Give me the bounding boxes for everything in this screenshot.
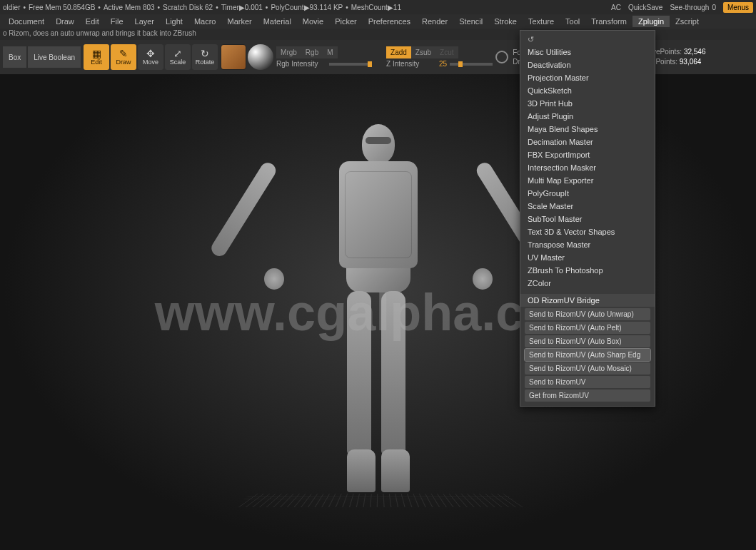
box-mode-button[interactable]: Box xyxy=(3,46,26,68)
plugin-item[interactable]: Text 3D & Vector Shapes xyxy=(520,225,655,238)
menu-render[interactable]: Render xyxy=(416,16,453,27)
see-through-value[interactable]: 0 xyxy=(712,4,716,11)
free-mem: Free Mem 50.854GB xyxy=(29,4,95,11)
plugin-item[interactable]: SubTool Master xyxy=(520,213,655,225)
plugin-item[interactable]: Misc Utilities xyxy=(520,46,655,58)
menu-transform[interactable]: Transform xyxy=(585,16,632,27)
menu-draw[interactable]: Draw xyxy=(50,16,80,27)
status-bar: oldier •Free Mem 50.854GB •Active Mem 80… xyxy=(0,0,756,14)
plugin-item[interactable]: Intersection Masker xyxy=(520,161,655,174)
menu-tool[interactable]: Tool xyxy=(560,16,585,27)
plugin-item[interactable]: QuickSketch xyxy=(520,84,655,97)
plugin-item[interactable]: PolyGroupIt xyxy=(520,187,655,200)
rizom-action-button[interactable]: Send to RizomUV (Auto Unwrap) xyxy=(525,308,650,320)
rotate-button[interactable]: ↻Rotate xyxy=(192,44,218,70)
move-button[interactable]: ✥Move xyxy=(138,44,163,70)
material-swatch[interactable] xyxy=(221,44,246,70)
edit-mode-button[interactable]: ▦Edit xyxy=(84,44,109,70)
menu-layer[interactable]: Layer xyxy=(129,16,161,27)
plugin-item[interactable]: Transpose Master xyxy=(520,238,655,251)
live-boolean-button[interactable]: Live Boolean xyxy=(28,46,81,68)
menu-macro[interactable]: Macro xyxy=(188,16,222,27)
zcut-button[interactable]: Zcut xyxy=(435,46,458,58)
mrgb-button[interactable]: Mrgb xyxy=(276,46,301,58)
plugin-item[interactable]: Deactivation xyxy=(520,58,655,71)
scratch-disk: Scratch Disk 62 xyxy=(163,4,213,11)
plugin-item[interactable]: Maya Blend Shapes xyxy=(520,123,655,136)
floor-grid xyxy=(232,494,524,507)
plugin-item[interactable]: Projection Master xyxy=(520,71,655,84)
plugin-item[interactable]: ZBrush To Photoshop xyxy=(520,264,655,277)
rgb-intensity-label: Rgb Intensity xyxy=(276,60,326,68)
menu-marker[interactable]: Marker xyxy=(221,16,257,27)
total-points-value: 93,064 xyxy=(680,58,702,66)
menu-stroke[interactable]: Stroke xyxy=(488,16,523,27)
plugin-item[interactable]: Multi Map Exporter xyxy=(520,174,655,187)
plugin-item[interactable]: Adjust Plugin xyxy=(520,110,655,123)
menu-zplugin[interactable]: Zplugin xyxy=(632,16,670,27)
timer-stat: Timer▶0.001 xyxy=(221,4,263,11)
rizom-action-button[interactable]: Send to RizomUV (Auto Box) xyxy=(525,335,650,347)
move-icon: ✥ xyxy=(146,49,155,58)
ac-label: AC xyxy=(611,4,621,11)
menu-light[interactable]: Light xyxy=(160,16,188,27)
menu-document[interactable]: Document xyxy=(3,16,50,27)
project-name: oldier xyxy=(3,4,20,11)
character-mesh[interactable] xyxy=(339,124,418,492)
menu-texture[interactable]: Texture xyxy=(523,16,560,27)
see-through-label: See-through xyxy=(670,4,709,11)
rizom-action-button[interactable]: Send to RizomUV (Auto Sharp Edg xyxy=(525,349,650,361)
history-icon[interactable]: ↺ xyxy=(528,35,534,44)
zadd-button[interactable]: Zadd xyxy=(386,46,411,58)
rizom-action-button[interactable]: Send to RizomUV xyxy=(525,376,650,388)
menus-button[interactable]: Menus xyxy=(723,2,753,13)
plugin-item[interactable]: UV Master xyxy=(520,251,655,264)
scale-icon: ⤢ xyxy=(173,49,182,58)
menu-edit[interactable]: Edit xyxy=(80,16,105,27)
menu-material[interactable]: Material xyxy=(258,16,297,27)
gradient-swatch[interactable] xyxy=(248,44,273,70)
z-intensity-slider[interactable] xyxy=(450,63,493,66)
draw-mode-button[interactable]: ✎Draw xyxy=(111,44,136,70)
menu-file[interactable]: File xyxy=(105,16,129,27)
menu-zscript[interactable]: Zscript xyxy=(670,16,705,27)
focal-dial-icon[interactable] xyxy=(495,51,508,63)
active-points-value: 32,546 xyxy=(684,48,706,56)
zplugin-dropdown: ↺ Misc UtilitiesDeactivationProjection M… xyxy=(520,30,655,407)
m-button[interactable]: M xyxy=(323,46,337,58)
plugin-item[interactable]: ZColor xyxy=(520,277,655,290)
menu-picker[interactable]: Picker xyxy=(329,16,363,27)
rizom-bridge-header[interactable]: OD RizomUV Bridge xyxy=(520,294,655,307)
plugin-item[interactable]: FBX ExportImport xyxy=(520,148,655,161)
plugin-item[interactable]: Scale Master xyxy=(520,200,655,213)
quicksave-button[interactable]: QuickSave xyxy=(628,4,662,11)
scale-button[interactable]: ⤢Scale xyxy=(165,44,191,70)
active-mem: Active Mem 803 xyxy=(104,4,155,11)
zsub-button[interactable]: Zsub xyxy=(411,46,435,58)
rizom-action-button[interactable]: Send to RizomUV (Auto Mosaic) xyxy=(525,362,650,375)
rgb-intensity-slider[interactable] xyxy=(329,63,372,66)
draw-icon: ✎ xyxy=(119,49,128,58)
rizom-action-button[interactable]: Send to RizomUV (Auto Pelt) xyxy=(525,322,650,334)
rizom-action-button[interactable]: Get from RizomUV xyxy=(525,389,650,402)
polycount-stat: PolyCount▶93.114 KP xyxy=(271,4,343,11)
menu-preferences[interactable]: Preferences xyxy=(363,16,416,27)
plugin-item[interactable]: Decimation Master xyxy=(520,136,655,148)
rotate-icon: ↻ xyxy=(201,49,209,58)
plugin-item[interactable]: 3D Print Hub xyxy=(520,97,655,110)
rgb-button[interactable]: Rgb xyxy=(301,46,323,58)
menu-stencil[interactable]: Stencil xyxy=(453,16,488,27)
edit-icon: ▦ xyxy=(92,49,101,58)
z-intensity-value[interactable]: 25 xyxy=(439,60,447,68)
meshcount-stat: MeshCount▶11 xyxy=(351,4,401,11)
z-intensity-label: Z Intensity xyxy=(386,60,436,68)
menu-bar: DocumentDrawEditFileLayerLightMacroMarke… xyxy=(0,14,756,29)
menu-movie[interactable]: Movie xyxy=(297,16,329,27)
